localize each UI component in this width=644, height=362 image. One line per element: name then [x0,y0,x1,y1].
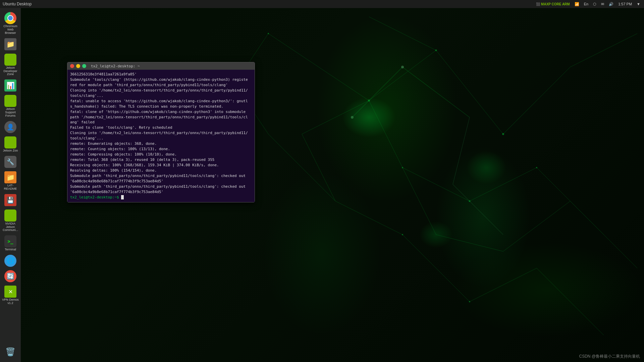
dock-item-contact[interactable]: 👤 [1,120,20,134]
dock-item-nvidia-comm[interactable]: NVIDIA NVIDIAJetsonCommuni... [1,208,20,234]
desktop: Ubuntu Desktop ⬛ MAXP CORE ARM 📶 En ⬡ ✉ … [0,0,644,362]
trash-icon: 🗑️ [4,346,16,358]
dock-item-terminal[interactable]: >_ Terminal [1,234,20,253]
keyboard-layout[interactable]: En [583,2,589,6]
jetson-zoo-label: Jetson Zoo [3,149,18,153]
nvidia-comm-icon: NVIDIA [4,209,16,222]
wifi-icon[interactable]: 📶 [574,2,580,6]
volume-icon[interactable]: 🔊 [608,2,614,6]
contact-icon: 👤 [4,121,16,133]
chromium-label: ChromiumWeb Browser [2,25,19,35]
dock-item-jetson-dev[interactable]: NVIDIA JetsonDeveloperZone [1,52,20,78]
terminal-body[interactable]: 3661256310e3f4811aa7261a9fa05' Submodule… [67,70,255,202]
dock-item-trash[interactable]: 🗑️ [1,345,20,359]
taskbar-left: Ubuntu Desktop [3,2,32,6]
jetson-dev-label: JetsonDeveloperZone [3,66,17,76]
nvidia-comm-label: NVIDIAJetsonCommuni... [3,222,18,232]
dock-item-forums[interactable]: NVIDIA JetsonSupportForums [1,94,20,119]
minimize-button[interactable] [76,64,80,68]
dock-item-browser[interactable]: 🌐 [1,253,20,268]
chromium-icon [4,12,16,24]
forums-label: JetsonSupportForums [5,108,16,118]
files-icon: 📁 [4,38,16,50]
settings-icon: 🔧 [4,156,16,168]
updater-icon: 🔄 [4,270,16,282]
dock-item-settings[interactable]: 🔧 [1,155,20,169]
dock-item-chromium[interactable]: ChromiumWeb Browser [1,11,20,36]
forums-icon: NVIDIA [4,95,16,107]
terminal-cursor [121,195,124,199]
watermark: CSDN @鲁棒最小二乘支持向量机 [579,354,640,359]
dock-item-files[interactable]: 📁 [1,37,20,52]
dock-item-updater[interactable]: 🔄 [1,269,20,284]
l4t-readme-icon: 📁 [4,171,16,183]
tray-expand[interactable]: ▼ [636,2,641,6]
application-dock: ChromiumWeb Browser 📁 NVIDIA JetsonDevel… [0,8,21,362]
dock-item-vpn-demos[interactable]: ✕ VPN Demosv1.2 [1,284,20,306]
desktop-title: Ubuntu Desktop [3,2,32,6]
system-tray: ⬛ MAXP CORE ARM 📶 En ⬡ ✉ 🔊 1:57 PM ▼ [535,2,641,6]
taskbar-top: Ubuntu Desktop ⬛ MAXP CORE ARM 📶 En ⬡ ✉ … [0,0,644,8]
browser-icon: 🌐 [4,255,16,267]
terminal-window[interactable]: tx2_lei@tx2-desktop: ~ 3661256310e3f4811… [67,62,255,202]
sd-icon: 💾 [4,194,16,206]
terminal-titlebar: tx2_lei@tx2-desktop: ~ [67,62,255,70]
dock-item-sd[interactable]: 💾 [1,193,20,207]
sheets-icon: 📊 [4,79,16,92]
dock-item-jetson-zoo[interactable]: NVIDIA Jetson Zoo [1,135,20,154]
terminal-window-title: tx2_lei@tx2-desktop: ~ [91,64,140,68]
maximize-button[interactable] [82,64,86,68]
dock-item-sheets[interactable]: 📊 [1,78,20,93]
terminal-label: Terminal [5,248,16,251]
email-icon[interactable]: ✉ [600,2,605,6]
vpn-demos-icon: ✕ [4,286,16,298]
jetson-zoo-icon: NVIDIA [4,136,16,148]
terminal-prompt: tx2_lei@tx2-desktop:~$ [70,195,121,199]
dock-item-l4t-readme[interactable]: 📁 L4T-README [1,170,20,192]
vpn-demos-label: VPN Demosv1.2 [2,298,19,305]
nvidia-tray[interactable]: ⬛ MAXP CORE ARM [535,2,571,6]
clock: 1:57 PM [617,2,633,6]
close-button[interactable] [70,64,74,68]
jetson-dev-icon: NVIDIA [4,54,16,66]
l4t-readme-label: L4T-README [4,184,17,191]
terminal-dock-icon: >_ [4,235,16,247]
bluetooth-icon[interactable]: ⬡ [592,2,597,6]
